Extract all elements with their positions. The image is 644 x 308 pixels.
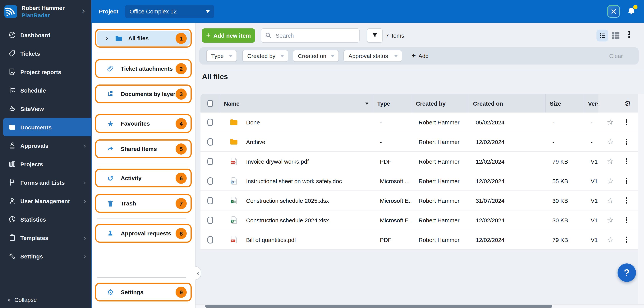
row-menu-icon[interactable] bbox=[626, 217, 627, 223]
row-menu-icon[interactable] bbox=[626, 237, 627, 243]
row-checkbox[interactable] bbox=[207, 177, 213, 185]
chevron-right-icon[interactable]: › bbox=[82, 7, 85, 16]
select-all-checkbox[interactable] bbox=[207, 100, 213, 107]
row-checkbox[interactable] bbox=[207, 158, 213, 165]
sidebar-item-label: Project reports bbox=[20, 69, 61, 75]
favourite-star-icon[interactable]: ☆ bbox=[607, 158, 614, 165]
favourite-star-icon[interactable]: ☆ bbox=[607, 138, 614, 145]
file-name[interactable]: Archive bbox=[246, 138, 265, 145]
buildings-icon bbox=[8, 160, 16, 168]
filter-approval-status-dropdown[interactable]: Approval status bbox=[344, 50, 402, 62]
toolbar-menu-button[interactable] bbox=[628, 31, 630, 38]
user-icon bbox=[8, 197, 16, 205]
history-icon: ↺ bbox=[106, 174, 114, 182]
search-input[interactable] bbox=[261, 28, 360, 43]
panel-item-settings[interactable]: ⚙ Settings 9 bbox=[95, 283, 192, 301]
sidebar-collapse-button[interactable]: ‹ Collapse bbox=[8, 296, 37, 303]
panel-item-documents-by-layers[interactable]: Documents by layers 3 bbox=[95, 84, 192, 103]
panel-item-all-files[interactable]: › All files 1 bbox=[95, 29, 192, 48]
file-created-on: 05/02/2024 bbox=[469, 119, 546, 125]
column-header-name[interactable]: Name bbox=[220, 94, 373, 112]
sidebar-item-project-reports[interactable]: Project reports bbox=[0, 63, 91, 81]
connect-app-button[interactable] bbox=[607, 5, 620, 18]
row-menu-icon[interactable] bbox=[626, 139, 627, 145]
filter-type-dropdown[interactable]: Type bbox=[206, 50, 237, 62]
sidebar-item-settings[interactable]: Settings › bbox=[0, 247, 91, 265]
favourite-star-icon[interactable]: ☆ bbox=[607, 216, 614, 224]
favourite-star-icon[interactable]: ☆ bbox=[607, 236, 614, 243]
main-content: + Add new item 7 items Type Created b bbox=[196, 23, 644, 308]
table-row[interactable]: Construction schedule 2025.xlsx Microsof… bbox=[200, 191, 640, 210]
account-header[interactable]: Robert Hammer PlanRadar › bbox=[0, 0, 91, 25]
column-settings-gear-icon[interactable]: ⚙ bbox=[624, 100, 631, 107]
column-header-created-by[interactable]: Created by bbox=[412, 94, 469, 112]
sidebar-item-dashboard[interactable]: Dashboard bbox=[0, 26, 91, 44]
project-selector[interactable]: Office Complex 12 bbox=[125, 5, 214, 18]
file-name[interactable]: Done bbox=[246, 119, 260, 125]
filter-button[interactable] bbox=[367, 28, 382, 43]
filter-label: Created on bbox=[298, 53, 326, 59]
help-button[interactable]: ? bbox=[618, 263, 636, 282]
panel-item-activity[interactable]: ↺ Activity 6 bbox=[95, 169, 192, 187]
file-name[interactable]: Construction schedule 2024.xlsx bbox=[246, 217, 329, 223]
grid-view-button[interactable] bbox=[612, 31, 620, 40]
filter-created-by-dropdown[interactable]: Created by bbox=[242, 50, 288, 62]
file-name[interactable]: Invoice drywal works.pdf bbox=[246, 158, 309, 165]
add-filter-button[interactable]: + Add bbox=[412, 52, 428, 60]
column-header-version[interactable]: Version bbox=[584, 94, 598, 112]
file-name[interactable]: Instructional sheet on work safety.doc bbox=[246, 178, 342, 184]
sidebar-item-tickets[interactable]: Tickets bbox=[0, 44, 91, 63]
row-menu-icon[interactable] bbox=[626, 178, 627, 184]
sidebar-item-approvals[interactable]: Approvals › bbox=[0, 136, 91, 155]
table-row[interactable]: Done - Robert Hammer 05/02/2024 - - ☆ bbox=[200, 112, 640, 132]
sidebar-item-statistics[interactable]: Statistics bbox=[0, 210, 91, 229]
row-menu-icon[interactable] bbox=[626, 119, 627, 125]
sidebar-nav: Dashboard Tickets Project reports Schedu… bbox=[0, 26, 91, 265]
row-checkbox[interactable] bbox=[207, 236, 213, 243]
sidebar-item-siteview[interactable]: SiteView bbox=[0, 99, 91, 118]
clear-filters-button[interactable]: Clear bbox=[609, 53, 623, 59]
panel-item-approval-requests[interactable]: Approval requests 8 bbox=[95, 224, 192, 243]
row-checkbox[interactable] bbox=[207, 138, 213, 145]
table-row[interactable]: Construction schedule 2024.xlsx Microsof… bbox=[200, 210, 640, 230]
add-new-item-button[interactable]: + Add new item bbox=[202, 28, 255, 43]
favourite-star-icon[interactable]: ☆ bbox=[607, 197, 614, 204]
sidebar-item-forms-and-lists[interactable]: Forms and Lists › bbox=[0, 173, 91, 192]
column-header-type[interactable]: Type bbox=[373, 94, 412, 112]
notifications-bell-icon[interactable] bbox=[626, 6, 636, 16]
favourite-star-icon[interactable]: ☆ bbox=[607, 118, 614, 126]
panel-item-favourites[interactable]: ★ Favourites 4 bbox=[95, 114, 192, 133]
sidebar-item-projects[interactable]: Projects bbox=[0, 155, 91, 173]
grid-view-icon bbox=[612, 31, 620, 40]
expand-chevron-icon[interactable]: › bbox=[106, 35, 108, 42]
filter-label: Created by bbox=[247, 53, 276, 59]
vertical-scrollbar[interactable] bbox=[638, 94, 644, 304]
connect-x-icon bbox=[609, 7, 618, 16]
file-name[interactable]: Bill of quantities.pdf bbox=[246, 236, 296, 243]
table-row[interactable]: Invoice drywal works.pdf PDF Robert Hamm… bbox=[200, 152, 640, 171]
panel-item-ticket-attachments[interactable]: Ticket attachments 2 bbox=[95, 59, 192, 78]
row-menu-icon[interactable] bbox=[626, 197, 627, 204]
horizontal-scrollbar-thumb[interactable] bbox=[205, 305, 552, 307]
file-name[interactable]: Construction schedule 2025.xlsx bbox=[246, 197, 329, 204]
sidebar-item-templates[interactable]: Templates › bbox=[0, 229, 91, 247]
table-row[interactable]: Bill of quantities.pdf PDF Robert Hammer… bbox=[200, 230, 640, 250]
row-checkbox[interactable] bbox=[207, 197, 213, 204]
row-checkbox[interactable] bbox=[207, 216, 213, 224]
filter-created-on-dropdown[interactable]: Created on bbox=[293, 50, 339, 62]
table-row[interactable]: Archive - Robert Hammer 12/02/2024 - - ☆ bbox=[200, 132, 640, 152]
sidebar-item-documents[interactable]: Documents bbox=[3, 118, 91, 136]
horizontal-scrollbar[interactable] bbox=[196, 304, 644, 308]
column-header-created-on[interactable]: Created on bbox=[469, 94, 546, 112]
sidebar-item-user-management[interactable]: User Management › bbox=[0, 192, 91, 210]
sidebar-item-schedule[interactable]: Schedule bbox=[0, 81, 91, 99]
file-size: 79 KB bbox=[546, 236, 584, 243]
row-menu-icon[interactable] bbox=[626, 158, 627, 164]
list-view-button[interactable] bbox=[596, 30, 608, 42]
column-header-size[interactable]: Size bbox=[546, 94, 584, 112]
panel-item-trash[interactable]: Trash 7 bbox=[95, 194, 192, 213]
row-checkbox[interactable] bbox=[207, 118, 213, 126]
favourite-star-icon[interactable]: ☆ bbox=[607, 177, 614, 185]
table-row[interactable]: Instructional sheet on work safety.doc M… bbox=[200, 171, 640, 191]
panel-item-shared-items[interactable]: Shared Items 5 bbox=[95, 139, 192, 158]
